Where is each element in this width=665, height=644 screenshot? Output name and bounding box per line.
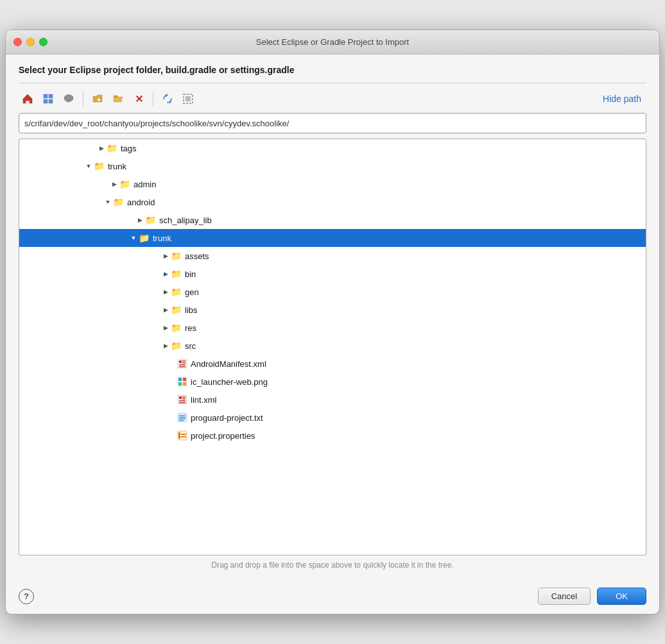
- svg-rect-33: [181, 434, 186, 435]
- svg-rect-32: [178, 432, 180, 439]
- label-android: android: [127, 198, 155, 207]
- folder-icon-admin: 📁: [119, 179, 130, 189]
- folder-icon-trunk-inner: 📁: [139, 233, 150, 243]
- new-folder-button[interactable]: [89, 90, 107, 108]
- hide-path-button[interactable]: Hide path: [598, 91, 646, 106]
- folder-icon-gen: 📁: [171, 287, 182, 297]
- cancel-button[interactable]: Cancel: [538, 588, 591, 605]
- select-all-button[interactable]: [179, 90, 197, 108]
- svg-rect-13: [179, 364, 186, 366]
- arrow-src: ▶: [160, 341, 171, 351]
- folder-icon-bin: 📁: [171, 269, 182, 279]
- tree-item-ic-launcher[interactable]: ic_launcher-web.png: [19, 373, 646, 391]
- tree-item-libs[interactable]: ▶ 📁 libs: [19, 301, 646, 319]
- tree-item-assets[interactable]: ▶ 📁 assets: [19, 247, 646, 265]
- arrow-libs: ▶: [160, 305, 171, 315]
- xml-file-icon-lint: [177, 394, 187, 405]
- tree-item-admin[interactable]: ▶ 📁 admin: [19, 175, 646, 193]
- file-tree[interactable]: ▶ 📁 tags ▼ 📁 trunk ▶ 📁 admin ▼ 📁 android: [19, 139, 646, 555]
- tree-item-android[interactable]: ▼ 📁 android: [19, 193, 646, 211]
- svg-rect-14: [179, 366, 186, 368]
- arrow-tags: ▶: [96, 143, 107, 153]
- divider: [19, 83, 646, 83]
- xml-file-icon-androidmanifest: [177, 359, 187, 369]
- svg-rect-34: [181, 436, 186, 437]
- svg-rect-18: [178, 382, 182, 386]
- refresh-button[interactable]: [159, 90, 177, 108]
- minimize-button[interactable]: [26, 38, 35, 46]
- png-file-icon-ic-launcher: [177, 377, 187, 387]
- dialog-content: Select your Eclipse project folder, buil…: [6, 55, 659, 581]
- svg-rect-11: [182, 360, 186, 362]
- toolbar-separator-2: [153, 91, 153, 106]
- traffic-lights: [13, 38, 48, 46]
- label-libs: libs: [185, 305, 198, 315]
- tree-item-gen[interactable]: ▶ 📁 gen: [19, 283, 646, 301]
- folder-icon-sch-alipay-lib: 📁: [145, 215, 156, 225]
- txt-file-icon-proguard: [177, 412, 187, 423]
- arrow-trunk-inner: ▼: [128, 233, 139, 243]
- title-bar: Select Eclipse or Gradle Project to Impo…: [6, 30, 659, 55]
- tree-item-tags[interactable]: ▶ 📁 tags: [19, 139, 646, 157]
- label-src: src: [185, 341, 196, 351]
- label-project-properties: project.properties: [191, 431, 255, 441]
- folder-icon-res: 📁: [171, 323, 182, 333]
- folder-icon-src: 📁: [171, 341, 182, 351]
- tree-item-src[interactable]: ▶ 📁 src: [19, 337, 646, 355]
- tree-item-trunk-root[interactable]: ▼ 📁 trunk: [19, 157, 646, 175]
- close-button[interactable]: [13, 38, 22, 46]
- svg-rect-0: [44, 94, 48, 98]
- arrow-sch-alipay-lib: ▶: [135, 215, 145, 225]
- window-title: Select Eclipse or Gradle Project to Impo…: [256, 37, 409, 47]
- label-assets: assets: [185, 251, 209, 261]
- folder-icon-libs: 📁: [171, 305, 182, 315]
- tree-item-sch-alipay-lib[interactable]: ▶ 📁 sch_alipay_lib: [19, 211, 646, 229]
- svg-rect-12: [182, 362, 186, 364]
- svg-rect-17: [183, 378, 186, 381]
- prop-file-icon-project: [177, 430, 187, 441]
- arrow-res: ▶: [160, 323, 171, 333]
- drag-hint: Drag and drop a file into the space abov…: [19, 555, 646, 573]
- path-input[interactable]: [19, 113, 646, 133]
- help-button[interactable]: ?: [19, 589, 34, 604]
- label-proguard: proguard-project.txt: [191, 413, 263, 423]
- folder-icon-trunk-root: 📁: [94, 161, 105, 171]
- label-res: res: [185, 323, 196, 333]
- svg-rect-24: [179, 400, 186, 402]
- svg-point-4: [64, 95, 73, 102]
- svg-rect-21: [179, 396, 182, 399]
- svg-rect-25: [179, 402, 186, 403]
- svg-rect-16: [178, 378, 182, 381]
- label-trunk-inner: trunk: [153, 233, 171, 243]
- tree-item-proguard[interactable]: proguard-project.txt: [19, 409, 646, 427]
- delete-button[interactable]: ✕: [130, 90, 148, 108]
- tree-item-res[interactable]: ▶ 📁 res: [19, 319, 646, 337]
- open-folder-button[interactable]: [109, 90, 127, 108]
- toolbar-separator-1: [83, 91, 83, 106]
- tree-item-androidmanifest[interactable]: AndroidManifest.xml: [19, 355, 646, 373]
- svg-rect-2: [44, 99, 48, 103]
- label-androidmanifest: AndroidManifest.xml: [191, 359, 266, 369]
- ok-button[interactable]: OK: [597, 588, 646, 605]
- home-button[interactable]: [19, 90, 37, 108]
- arrow-trunk-root: ▼: [83, 161, 94, 171]
- label-ic-launcher: ic_launcher-web.png: [191, 377, 268, 387]
- main-window: Select Eclipse or Gradle Project to Impo…: [5, 30, 660, 614]
- label-lint: lint.xml: [191, 395, 216, 405]
- maximize-button[interactable]: [39, 38, 48, 46]
- label-gen: gen: [185, 287, 199, 297]
- label-bin: bin: [185, 269, 196, 279]
- comment-button[interactable]: [60, 90, 78, 108]
- toolbar: ✕ Hide path: [19, 90, 646, 108]
- tree-item-project-properties[interactable]: project.properties: [19, 427, 646, 445]
- grid-view-button[interactable]: [39, 90, 57, 108]
- svg-rect-19: [183, 382, 186, 386]
- tree-item-trunk-inner[interactable]: ▼ 📁 trunk: [19, 229, 646, 247]
- svg-rect-1: [49, 94, 53, 98]
- arrow-admin: ▶: [109, 179, 119, 189]
- label-trunk-root: trunk: [108, 162, 126, 171]
- folder-icon-tags: 📁: [107, 143, 117, 153]
- tree-item-bin[interactable]: ▶ 📁 bin: [19, 265, 646, 283]
- arrow-bin: ▶: [160, 269, 171, 279]
- tree-item-lint[interactable]: lint.xml: [19, 391, 646, 409]
